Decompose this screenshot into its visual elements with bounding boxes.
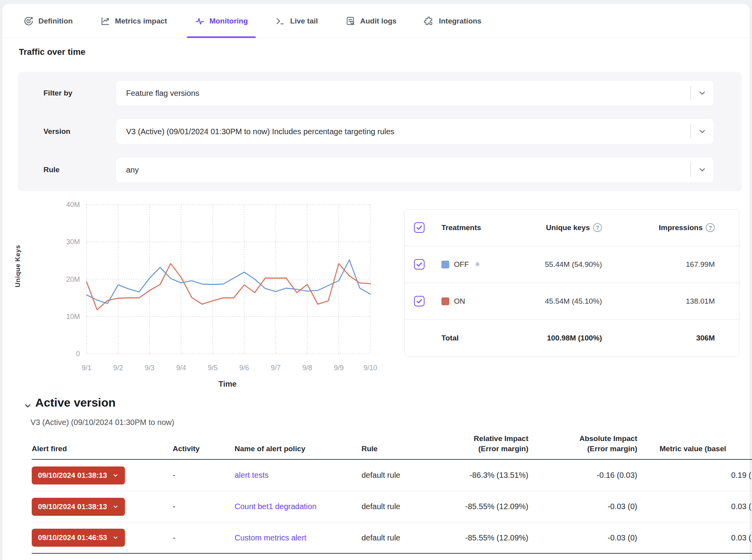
filter-row-rule: Rule any [18,157,742,182]
svg-text:40M: 40M [66,201,80,209]
activity-cell: - [173,502,235,511]
alert-fired-badge[interactable]: 09/10/2024 01:38:13 [32,498,125,516]
treatments-total-row: Total 100.98M (100%) 306M [405,320,739,357]
unique-keys-header: Unique keys [546,223,590,232]
alert-policy-link[interactable]: alert tests [235,471,269,479]
rule-value: any [116,166,139,175]
rule-cell: default rule [362,502,437,511]
treatments-table: Treatments Unique keys? Impressions? OFF… [404,209,739,357]
metric-value-cell: 0.19 ( [637,471,752,480]
svg-text:0: 0 [76,350,80,358]
on-checkbox[interactable] [414,296,425,306]
svg-text:9/2: 9/2 [113,364,123,372]
svg-text:9/6: 9/6 [239,364,249,372]
on-unique-keys: 45.54M (45.10%) [500,297,629,306]
svg-text:9/5: 9/5 [208,364,217,372]
traffic-chart: 40M30M20M10M09/19/29/39/49/59/69/79/89/9… [18,200,378,380]
activity-cell: - [173,471,235,480]
treatments-header: Treatments [441,223,500,232]
chevron-down-icon[interactable] [698,89,707,97]
svg-text:10M: 10M [66,313,80,321]
svg-text:20M: 20M [66,275,80,283]
collapse-chevron-icon[interactable] [24,402,32,410]
filter-by-select[interactable]: Feature flag versions [116,81,714,106]
help-icon[interactable]: ? [706,223,715,232]
alerts-header-row: Alert fired Activity Name of alert polic… [32,434,752,460]
select-divider [691,163,691,177]
treatment-name: ON [454,297,465,306]
filter-panel: Filter by Feature flag versions Version … [18,72,742,191]
treatments-select-all-checkbox[interactable] [414,222,425,233]
active-version-title: Active version [35,396,116,409]
treatment-row-off: OFF ✳ 55.44M (54.90%) 167.99M [405,246,739,283]
off-checkbox[interactable] [414,259,425,270]
rule-cell: default rule [362,533,437,542]
alert-row-3: 09/10/2024 01:46:53 - Custom metrics ale… [32,522,752,554]
activity-header: Activity [173,444,235,454]
audit-logs-icon [345,16,356,26]
tab-label: Definition [38,17,73,25]
total-unique-keys: 100.98M (100%) [500,334,629,342]
svg-text:9/1: 9/1 [81,364,91,372]
select-divider [691,124,691,139]
live-tail-icon [275,16,286,26]
help-icon[interactable]: ? [593,223,602,232]
absolute-impact-cell: -0.03 (0) [528,502,637,511]
rule-cell: default rule [362,471,437,480]
tab-integrations[interactable]: Integrations [421,4,484,38]
select-divider [691,86,691,100]
relative-impact-cell: -85.55% (12.09%) [437,533,528,542]
chevron-down-icon[interactable] [698,166,707,174]
svg-text:9/10: 9/10 [363,364,377,372]
absolute-impact-cell: -0.03 (0) [528,533,637,542]
off-color-swatch [441,261,449,268]
treatment-row-on: ON 45.54M (45.10%) 138.01M [405,283,739,320]
chevron-down-icon[interactable] [698,127,707,136]
svg-text:9/7: 9/7 [271,364,280,372]
metrics-impact-icon [100,16,110,26]
rule-header: Rule [362,444,437,454]
relative-impact-cell: -86.3% (13.51%) [437,471,528,480]
version-label: Version [43,127,70,136]
chevron-down-icon [112,535,119,541]
rule-select[interactable]: any [116,157,714,182]
treatments-header-row: Treatments Unique keys? Impressions? [405,209,739,246]
main-card: Definition Metrics impact Monitoring Liv… [2,4,750,560]
alert-row-1: 09/10/2024 01:38:13 - alert tests defaul… [32,460,752,491]
alert-policy-header: Name of alert policy [235,444,362,454]
alert-fired-badge[interactable]: 09/10/2024 01:38:13 [32,466,125,484]
svg-text:30M: 30M [66,238,80,246]
tab-live-tail[interactable]: Live tail [273,4,320,38]
on-color-swatch [441,297,449,305]
off-unique-keys: 55.44M (54.90%) [500,260,629,269]
svg-text:9/9: 9/9 [334,364,343,372]
alert-policy-link[interactable]: Custom metrics alert [235,533,306,542]
filter-by-value: Feature flag versions [116,89,199,98]
chevron-down-icon [112,504,119,510]
filter-row-version: Version V3 (Active) (09/01/2024 01:30PM … [18,119,742,144]
tab-definition[interactable]: Definition [21,4,75,38]
tab-monitoring[interactable]: Monitoring [192,4,250,38]
x-axis-label: Time [200,380,255,389]
metric-value-cell: 0.03 ( [637,502,752,511]
on-impressions: 138.01M [629,297,739,306]
version-select[interactable]: V3 (Active) (09/01/2024 01:30PM to now) … [116,119,714,144]
page-title: Traffic over time [19,47,85,57]
tab-audit-logs[interactable]: Audit logs [343,4,399,38]
active-version-subtitle: V3 (Active) (09/10/2024 01:30PM to now) [31,418,174,427]
monitoring-icon [195,16,205,26]
definition-icon [24,16,34,26]
alert-policy-link[interactable]: Count bet1 degradation [235,502,316,511]
alert-fired-badge[interactable]: 09/10/2024 01:46:53 [32,529,125,547]
tab-label: Audit logs [360,17,397,25]
svg-text:9/4: 9/4 [176,364,186,372]
relative-impact-cell: -85.55% (12.09%) [437,502,528,511]
alert-fired-header: Alert fired [32,444,173,454]
metric-value-header: Metric value (basel [637,444,752,454]
tab-metrics-impact[interactable]: Metrics impact [98,4,170,38]
integrations-icon [424,16,434,26]
frozen-asterisk-icon: ✳ [474,260,481,269]
alert-row-2: 09/10/2024 01:38:13 - Count bet1 degrada… [32,491,752,522]
filter-row-filter-by: Filter by Feature flag versions [18,81,742,106]
absolute-impact-header: Absolute Impact(Error margin) [528,434,637,454]
